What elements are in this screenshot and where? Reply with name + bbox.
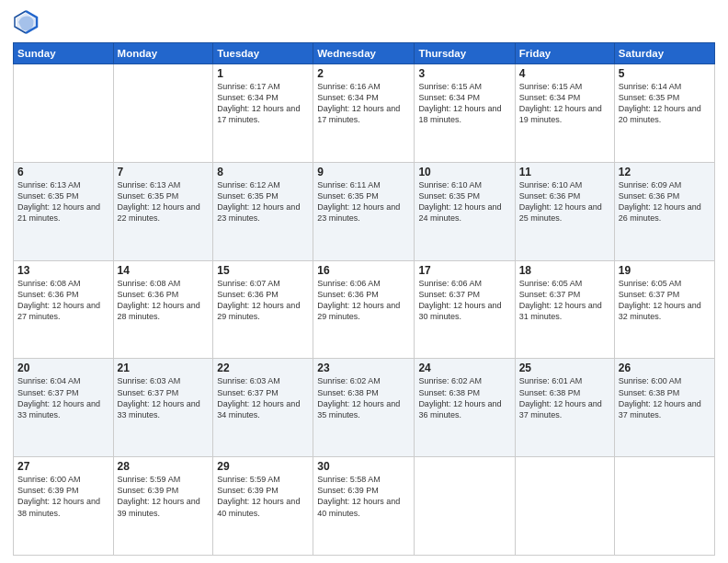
calendar-cell: 24Sunrise: 6:02 AMSunset: 6:38 PMDayligh…	[415, 359, 515, 457]
day-number: 10	[418, 166, 510, 178]
calendar-cell: 10Sunrise: 6:10 AMSunset: 6:35 PMDayligh…	[415, 162, 515, 260]
weekday-header-sunday: Sunday	[14, 43, 114, 64]
day-number: 19	[619, 264, 711, 277]
day-info: Sunrise: 6:00 AMSunset: 6:38 PMDaylight:…	[619, 375, 711, 420]
day-info: Sunrise: 5:59 AMSunset: 6:39 PMDaylight:…	[217, 474, 309, 519]
day-number: 17	[418, 264, 510, 277]
day-info: Sunrise: 6:09 AMSunset: 6:36 PMDaylight:…	[619, 179, 711, 224]
calendar-cell: 21Sunrise: 6:03 AMSunset: 6:37 PMDayligh…	[113, 359, 213, 457]
calendar-cell: 8Sunrise: 6:12 AMSunset: 6:35 PMDaylight…	[213, 162, 313, 260]
day-number: 16	[317, 264, 410, 277]
day-info: Sunrise: 6:00 AMSunset: 6:39 PMDaylight:…	[17, 474, 109, 519]
calendar-cell: 26Sunrise: 6:00 AMSunset: 6:38 PMDayligh…	[614, 359, 714, 457]
calendar-cell: 19Sunrise: 6:05 AMSunset: 6:37 PMDayligh…	[614, 260, 714, 359]
day-info: Sunrise: 6:06 AMSunset: 6:36 PMDaylight:…	[317, 278, 410, 323]
day-info: Sunrise: 6:08 AMSunset: 6:36 PMDaylight:…	[118, 278, 210, 323]
calendar-cell: 17Sunrise: 6:06 AMSunset: 6:37 PMDayligh…	[415, 260, 515, 359]
day-number: 2	[317, 67, 410, 80]
calendar-cell: 2Sunrise: 6:16 AMSunset: 6:34 PMDaylight…	[313, 64, 415, 163]
day-number: 14	[118, 264, 210, 277]
day-number: 26	[619, 362, 711, 374]
day-number: 12	[619, 166, 711, 178]
weekday-header-tuesday: Tuesday	[213, 43, 313, 64]
calendar: SundayMondayTuesdayWednesdayThursdayFrid…	[13, 42, 715, 556]
calendar-cell: 22Sunrise: 6:03 AMSunset: 6:37 PMDayligh…	[213, 359, 313, 457]
day-info: Sunrise: 6:03 AMSunset: 6:37 PMDaylight:…	[118, 375, 210, 420]
day-info: Sunrise: 5:58 AMSunset: 6:39 PMDaylight:…	[317, 474, 410, 519]
week-row-1: 1Sunrise: 6:17 AMSunset: 6:34 PMDaylight…	[14, 64, 715, 163]
calendar-cell	[614, 457, 714, 556]
calendar-cell: 14Sunrise: 6:08 AMSunset: 6:36 PMDayligh…	[113, 260, 213, 359]
day-info: Sunrise: 6:03 AMSunset: 6:37 PMDaylight:…	[217, 375, 309, 420]
day-info: Sunrise: 6:12 AMSunset: 6:35 PMDaylight:…	[217, 179, 309, 224]
calendar-cell: 3Sunrise: 6:15 AMSunset: 6:34 PMDaylight…	[415, 64, 515, 163]
day-number: 9	[317, 166, 410, 178]
page: SundayMondayTuesdayWednesdayThursdayFrid…	[0, 0, 728, 563]
day-number: 4	[519, 67, 610, 80]
day-number: 25	[519, 362, 610, 374]
day-info: Sunrise: 6:07 AMSunset: 6:36 PMDaylight:…	[217, 278, 309, 323]
weekday-header-monday: Monday	[113, 43, 213, 64]
calendar-cell	[113, 64, 213, 163]
calendar-cell	[415, 457, 515, 556]
day-number: 3	[418, 67, 510, 80]
day-info: Sunrise: 6:17 AMSunset: 6:34 PMDaylight:…	[217, 81, 309, 126]
day-number: 21	[118, 362, 210, 374]
day-info: Sunrise: 6:10 AMSunset: 6:36 PMDaylight:…	[519, 179, 610, 224]
day-number: 15	[217, 264, 309, 277]
day-info: Sunrise: 6:05 AMSunset: 6:37 PMDaylight:…	[519, 278, 610, 323]
day-info: Sunrise: 6:15 AMSunset: 6:34 PMDaylight:…	[418, 81, 510, 126]
day-info: Sunrise: 6:05 AMSunset: 6:37 PMDaylight:…	[619, 278, 711, 323]
day-number: 7	[118, 166, 210, 178]
day-number: 22	[217, 362, 309, 374]
day-number: 29	[217, 460, 309, 473]
calendar-cell	[515, 457, 614, 556]
day-number: 27	[17, 460, 109, 473]
week-row-2: 6Sunrise: 6:13 AMSunset: 6:35 PMDaylight…	[14, 162, 715, 260]
day-info: Sunrise: 6:06 AMSunset: 6:37 PMDaylight:…	[418, 278, 510, 323]
header	[13, 9, 715, 35]
day-number: 24	[418, 362, 510, 374]
calendar-cell: 9Sunrise: 6:11 AMSunset: 6:35 PMDaylight…	[313, 162, 415, 260]
calendar-cell: 27Sunrise: 6:00 AMSunset: 6:39 PMDayligh…	[14, 457, 114, 556]
logo-icon	[13, 9, 39, 35]
day-number: 13	[17, 264, 109, 277]
calendar-cell: 13Sunrise: 6:08 AMSunset: 6:36 PMDayligh…	[14, 260, 114, 359]
calendar-cell: 6Sunrise: 6:13 AMSunset: 6:35 PMDaylight…	[14, 162, 114, 260]
calendar-cell: 12Sunrise: 6:09 AMSunset: 6:36 PMDayligh…	[614, 162, 714, 260]
calendar-cell: 30Sunrise: 5:58 AMSunset: 6:39 PMDayligh…	[313, 457, 415, 556]
calendar-cell: 16Sunrise: 6:06 AMSunset: 6:36 PMDayligh…	[313, 260, 415, 359]
day-info: Sunrise: 6:02 AMSunset: 6:38 PMDaylight:…	[418, 375, 510, 420]
calendar-cell: 11Sunrise: 6:10 AMSunset: 6:36 PMDayligh…	[515, 162, 614, 260]
weekday-header-saturday: Saturday	[614, 43, 714, 64]
calendar-cell: 29Sunrise: 5:59 AMSunset: 6:39 PMDayligh…	[213, 457, 313, 556]
day-info: Sunrise: 6:11 AMSunset: 6:35 PMDaylight:…	[317, 179, 410, 224]
day-info: Sunrise: 6:13 AMSunset: 6:35 PMDaylight:…	[118, 179, 210, 224]
day-info: Sunrise: 6:14 AMSunset: 6:35 PMDaylight:…	[619, 81, 711, 126]
day-info: Sunrise: 6:04 AMSunset: 6:37 PMDaylight:…	[17, 375, 109, 420]
logo	[13, 9, 40, 35]
day-info: Sunrise: 6:08 AMSunset: 6:36 PMDaylight:…	[17, 278, 109, 323]
day-number: 11	[519, 166, 610, 178]
calendar-cell	[14, 64, 114, 163]
calendar-cell: 20Sunrise: 6:04 AMSunset: 6:37 PMDayligh…	[14, 359, 114, 457]
calendar-cell: 7Sunrise: 6:13 AMSunset: 6:35 PMDaylight…	[113, 162, 213, 260]
day-number: 5	[619, 67, 711, 80]
day-info: Sunrise: 6:16 AMSunset: 6:34 PMDaylight:…	[317, 81, 410, 126]
calendar-cell: 4Sunrise: 6:15 AMSunset: 6:34 PMDaylight…	[515, 64, 614, 163]
calendar-cell: 15Sunrise: 6:07 AMSunset: 6:36 PMDayligh…	[213, 260, 313, 359]
week-row-4: 20Sunrise: 6:04 AMSunset: 6:37 PMDayligh…	[14, 359, 715, 457]
day-number: 8	[217, 166, 309, 178]
day-number: 6	[17, 166, 109, 178]
day-info: Sunrise: 6:15 AMSunset: 6:34 PMDaylight:…	[519, 81, 610, 126]
day-number: 20	[17, 362, 109, 374]
calendar-cell: 25Sunrise: 6:01 AMSunset: 6:38 PMDayligh…	[515, 359, 614, 457]
calendar-cell: 5Sunrise: 6:14 AMSunset: 6:35 PMDaylight…	[614, 64, 714, 163]
calendar-cell: 28Sunrise: 5:59 AMSunset: 6:39 PMDayligh…	[113, 457, 213, 556]
day-number: 30	[317, 460, 410, 473]
day-info: Sunrise: 6:01 AMSunset: 6:38 PMDaylight:…	[519, 375, 610, 420]
day-number: 28	[118, 460, 210, 473]
day-number: 18	[519, 264, 610, 277]
weekday-header-thursday: Thursday	[415, 43, 515, 64]
day-info: Sunrise: 6:10 AMSunset: 6:35 PMDaylight:…	[418, 179, 510, 224]
